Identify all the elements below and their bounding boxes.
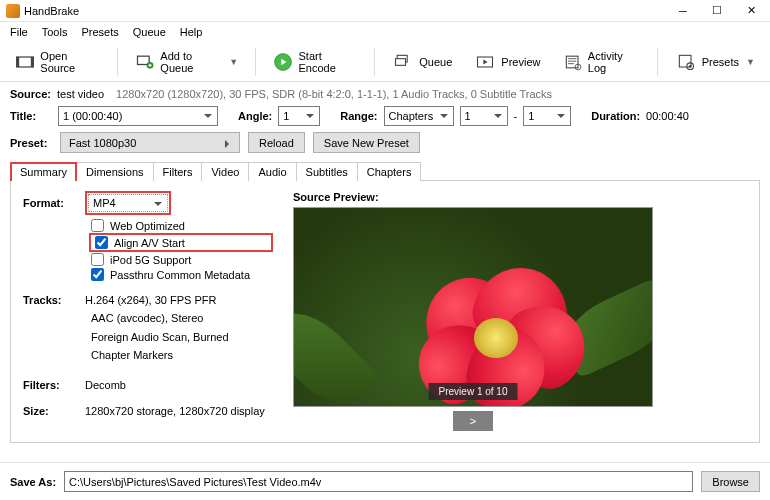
title-bar: HandBrake ─ ☐ ✕ [0,0,770,22]
tab-dimensions[interactable]: Dimensions [76,162,153,181]
svg-rect-11 [679,55,691,67]
tab-filters[interactable]: Filters [153,162,203,181]
source-name: test video [57,88,104,100]
source-info: 1280x720 (1280x720), 30 FPS, SDR (8-bit … [116,88,552,100]
open-source-button[interactable]: Open Source [6,45,109,79]
menu-bar: File Tools Presets Queue Help [0,22,770,42]
start-encode-label: Start Encode [299,50,358,74]
browse-button[interactable]: Browse [701,471,760,492]
range-type-select[interactable]: Chapters [384,106,454,126]
preview-next-button[interactable]: > [453,411,493,431]
source-preview-label: Source Preview: [293,191,749,203]
close-button[interactable]: ✕ [734,0,768,22]
format-select[interactable]: MP4 [88,194,168,212]
menu-queue[interactable]: Queue [127,24,172,40]
toolbar: Open Source Add to Queue ▼ Start Encode … [0,42,770,82]
open-source-label: Open Source [40,50,100,74]
preview-button[interactable]: Preview [465,46,549,78]
separator [117,48,118,76]
track-audio: AAC (avcodec), Stereo [91,309,273,328]
preview-icon [474,51,496,73]
presets-label: Presets [702,56,739,68]
tab-body-summary: Format: MP4 Web Optimized Align A/V Star… [10,181,760,443]
tab-audio[interactable]: Audio [248,162,296,181]
add-queue-label: Add to Queue [160,50,222,74]
filters-value: Decomb [85,379,126,391]
tab-subtitles[interactable]: Subtitles [296,162,358,181]
menu-file[interactable]: File [4,24,34,40]
preset-select[interactable]: Fast 1080p30 [60,132,240,153]
title-label: Title: [10,110,52,122]
chevron-down-icon: ▼ [746,57,755,67]
range-dash: - [514,110,518,122]
activity-log-label: Activity Log [588,50,640,74]
app-icon [6,4,20,18]
range-to-select[interactable]: 1 [523,106,571,126]
save-new-preset-button[interactable]: Save New Preset [313,132,420,153]
web-optimized-checkbox[interactable]: Web Optimized [91,218,273,233]
separator [374,48,375,76]
film-icon [15,51,35,73]
svg-rect-9 [566,56,578,68]
angle-label: Angle: [238,110,272,122]
tab-summary[interactable]: Summary [10,162,77,181]
save-as-label: Save As: [10,476,56,488]
menu-tools[interactable]: Tools [36,24,74,40]
track-subs: Foreign Audio Scan, Burned [91,328,273,347]
tracks-label: Tracks: [23,294,85,306]
menu-help[interactable]: Help [174,24,209,40]
source-label: Source: [10,88,51,100]
log-icon [562,51,582,73]
minimize-button[interactable]: ─ [666,0,700,22]
track-video: H.264 (x264), 30 FPS PFR [85,294,216,306]
preview-label: Preview [501,56,540,68]
format-label: Format: [23,197,85,209]
queue-icon [392,51,414,73]
range-label: Range: [340,110,377,122]
range-from-select[interactable]: 1 [460,106,508,126]
track-chapters: Chapter Markers [91,346,273,365]
start-encode-button[interactable]: Start Encode [264,45,366,79]
preset-label: Preset: [10,137,52,149]
duration-label: Duration: [591,110,640,122]
reload-button[interactable]: Reload [248,132,305,153]
align-av-checkbox[interactable]: Align A/V Start [95,235,269,250]
title-select[interactable]: 1 (00:00:40) [58,106,218,126]
play-icon [273,51,293,73]
svg-rect-7 [396,58,406,65]
chevron-down-icon: ▼ [229,57,238,67]
svg-point-13 [689,64,692,67]
passthru-checkbox[interactable]: Passthru Common Metadata [91,267,273,282]
queue-button[interactable]: Queue [383,46,461,78]
app-title: HandBrake [24,5,666,17]
tab-video[interactable]: Video [201,162,249,181]
save-as-bar: Save As: Browse [0,462,770,500]
add-queue-icon [135,51,155,73]
presets-button[interactable]: Presets ▼ [666,46,764,78]
save-path-input[interactable] [64,471,693,492]
size-label: Size: [23,405,85,417]
separator [657,48,658,76]
svg-rect-1 [17,57,20,67]
tab-chapters[interactable]: Chapters [357,162,422,181]
angle-select[interactable]: 1 [278,106,320,126]
duration-value: 00:00:40 [646,110,689,122]
ipod5g-checkbox[interactable]: iPod 5G Support [91,252,273,267]
activity-log-button[interactable]: Activity Log [553,45,648,79]
maximize-button[interactable]: ☐ [700,0,734,22]
svg-rect-2 [31,57,34,67]
menu-presets[interactable]: Presets [75,24,124,40]
separator [255,48,256,76]
size-value: 1280x720 storage, 1280x720 display [85,405,265,417]
add-queue-button[interactable]: Add to Queue ▼ [126,45,247,79]
filters-label: Filters: [23,379,85,391]
queue-label: Queue [419,56,452,68]
source-preview[interactable]: Preview 1 of 10 [293,207,653,407]
presets-icon [675,51,697,73]
preview-hud: Preview 1 of 10 [429,383,518,400]
tabs: Summary Dimensions Filters Video Audio S… [10,161,760,181]
